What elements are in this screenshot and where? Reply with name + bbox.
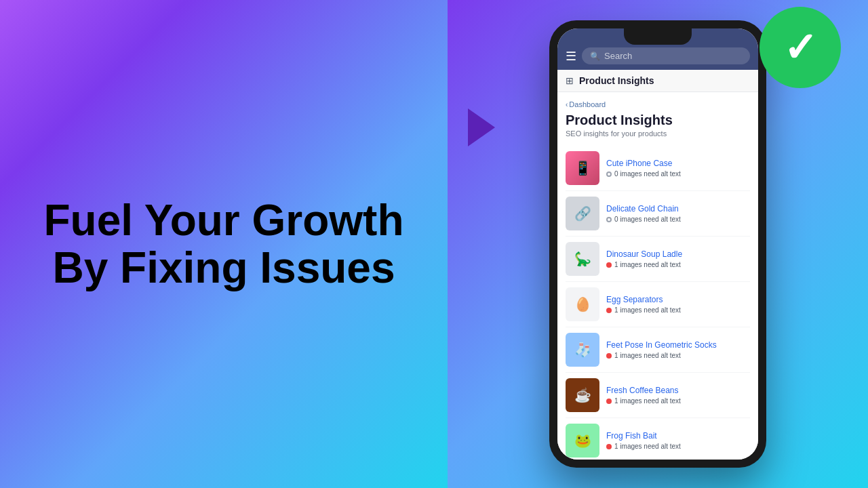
product-item[interactable]: ☕ Fresh Coffee Beans 1 images need alt t… bbox=[566, 373, 750, 418]
product-thumbnail: 📱 bbox=[566, 151, 599, 185]
search-bar[interactable]: 🔍 Search bbox=[582, 47, 750, 64]
status-dot bbox=[606, 353, 612, 359]
phone-screen: ☰ 🔍 Search ⊞ Product Insights ‹ Dashboar… bbox=[557, 28, 758, 460]
product-info: Delicate Gold Chain 0 images need alt te… bbox=[606, 204, 750, 223]
product-info: Egg Separators 1 images need alt text bbox=[606, 295, 750, 314]
headline: Fuel Your Growth By Fixing Issues bbox=[44, 197, 404, 292]
hamburger-icon[interactable]: ☰ bbox=[566, 49, 576, 64]
product-item[interactable]: 🦕 Dinosaur Soup Ladle 1 images need alt … bbox=[566, 237, 750, 282]
product-name[interactable]: Fresh Coffee Beans bbox=[606, 386, 750, 395]
product-thumbnail: 🥚 bbox=[566, 287, 599, 321]
thumb-emoji: ☕ bbox=[574, 387, 591, 403]
status-dot bbox=[606, 308, 612, 313]
status-text: 1 images need alt text bbox=[614, 306, 681, 314]
phone-notch bbox=[624, 28, 692, 45]
headline-line2: By Fixing Issues bbox=[44, 244, 404, 291]
product-item[interactable]: 🔗 Delicate Gold Chain 0 images need alt … bbox=[566, 191, 750, 237]
headline-line1: Fuel Your Growth bbox=[44, 197, 404, 244]
page-title-bar: ⊞ Product Insights bbox=[557, 70, 758, 92]
product-status: 0 images need alt text bbox=[606, 216, 750, 223]
status-dot bbox=[606, 444, 612, 449]
product-name[interactable]: Cute iPhone Case bbox=[606, 159, 750, 168]
content-area: ‹ Dashboard Product Insights SEO insight… bbox=[557, 92, 758, 460]
product-status: 1 images need alt text bbox=[606, 306, 750, 314]
product-thumbnail: 🔗 bbox=[566, 197, 599, 230]
breadcrumb-chevron: ‹ bbox=[566, 101, 568, 108]
right-panel: ✓ ☰ 🔍 Search ⊞ Product Insights bbox=[448, 0, 868, 488]
product-item[interactable]: 🥚 Egg Separators 1 images need alt text bbox=[566, 282, 750, 327]
product-status: 1 images need alt text bbox=[606, 443, 750, 450]
status-dot bbox=[606, 399, 612, 404]
status-text: 1 images need alt text bbox=[614, 443, 681, 450]
check-badge: ✓ bbox=[760, 7, 841, 88]
section-title: Product Insights bbox=[566, 113, 750, 128]
product-thumbnail: 🦕 bbox=[566, 242, 599, 276]
thumb-emoji: 🧦 bbox=[574, 342, 591, 358]
product-name[interactable]: Delicate Gold Chain bbox=[606, 204, 750, 214]
product-name[interactable]: Egg Separators bbox=[606, 295, 750, 304]
status-dot bbox=[606, 171, 612, 177]
product-status: 1 images need alt text bbox=[606, 397, 750, 405]
section-subtitle: SEO insights for your products bbox=[566, 129, 750, 138]
thumb-emoji: 📱 bbox=[574, 160, 591, 176]
page-title-text: Product Insights bbox=[579, 75, 654, 86]
search-icon: 🔍 bbox=[590, 52, 600, 61]
search-input-label: Search bbox=[604, 51, 632, 61]
product-status: 1 images need alt text bbox=[606, 352, 750, 359]
status-text: 0 images need alt text bbox=[614, 216, 681, 223]
breadcrumb-label: Dashboard bbox=[569, 100, 606, 108]
product-name[interactable]: Feet Pose In Geometric Socks bbox=[606, 340, 750, 350]
product-list: 📱 Cute iPhone Case 0 images need alt tex… bbox=[566, 146, 750, 460]
phone-frame: ☰ 🔍 Search ⊞ Product Insights ‹ Dashboar… bbox=[549, 20, 766, 468]
thumb-emoji: 🥚 bbox=[574, 296, 591, 312]
arrow-head bbox=[468, 108, 495, 146]
product-item[interactable]: 🧦 Feet Pose In Geometric Socks 1 images … bbox=[566, 327, 750, 373]
product-info: Frog Fish Bait 1 images need alt text bbox=[606, 431, 750, 450]
status-text: 0 images need alt text bbox=[614, 170, 681, 178]
product-info: Feet Pose In Geometric Socks 1 images ne… bbox=[606, 340, 750, 359]
status-dot bbox=[606, 217, 612, 222]
product-item[interactable]: 🐸 Frog Fish Bait 1 images need alt text bbox=[566, 418, 750, 460]
product-status: 1 images need alt text bbox=[606, 261, 750, 268]
thumb-emoji: 🔗 bbox=[574, 205, 591, 222]
product-name[interactable]: Dinosaur Soup Ladle bbox=[606, 249, 750, 259]
product-info: Fresh Coffee Beans 1 images need alt tex… bbox=[606, 386, 750, 405]
status-text: 1 images need alt text bbox=[614, 352, 681, 359]
product-info: Dinosaur Soup Ladle 1 images need alt te… bbox=[606, 249, 750, 268]
left-panel: Fuel Your Growth By Fixing Issues bbox=[0, 0, 448, 488]
thumb-emoji: 🦕 bbox=[574, 251, 591, 267]
status-text: 1 images need alt text bbox=[614, 397, 681, 405]
product-info: Cute iPhone Case 0 images need alt text bbox=[606, 159, 750, 178]
product-thumbnail: 🧦 bbox=[566, 333, 599, 367]
status-text: 1 images need alt text bbox=[614, 261, 681, 268]
thumb-emoji: 🐸 bbox=[574, 432, 591, 449]
product-status: 0 images need alt text bbox=[606, 170, 750, 178]
product-thumbnail: ☕ bbox=[566, 378, 599, 412]
product-thumbnail: 🐸 bbox=[566, 424, 599, 458]
grid-icon: ⊞ bbox=[566, 75, 574, 86]
status-dot bbox=[606, 262, 612, 268]
check-icon: ✓ bbox=[783, 24, 817, 71]
product-name[interactable]: Frog Fish Bait bbox=[606, 431, 750, 441]
breadcrumb[interactable]: ‹ Dashboard bbox=[566, 100, 750, 108]
product-item[interactable]: 📱 Cute iPhone Case 0 images need alt tex… bbox=[566, 146, 750, 191]
